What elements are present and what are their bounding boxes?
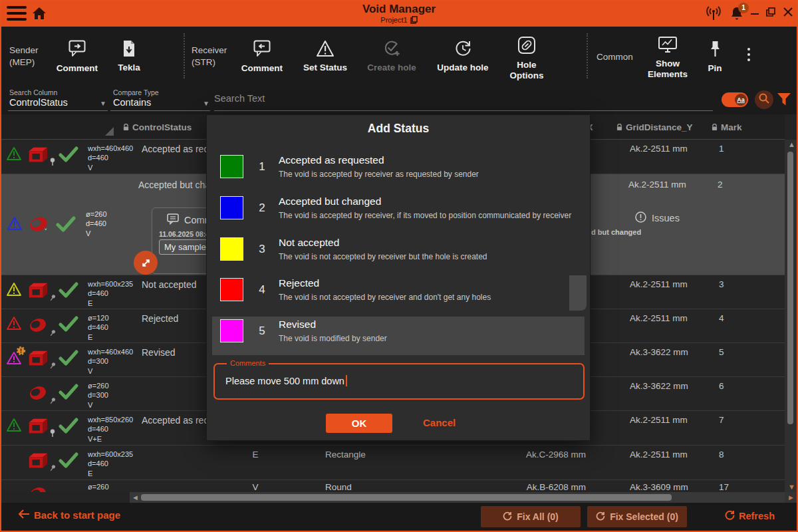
hole-options-icon <box>517 36 536 57</box>
column-grip-icon[interactable] <box>105 127 114 136</box>
option-description: The void is accepted by receiver as requ… <box>279 170 479 179</box>
lock-icon <box>712 124 718 131</box>
status-option-accepted-but-changed[interactable]: 2 Accepted but changed The void is accep… <box>212 194 585 232</box>
minimize-button[interactable] <box>750 7 759 19</box>
option-description: The void is not accepted by receiver but… <box>279 252 487 261</box>
table-row[interactable]: wxh=600x235 d=460 E E Rectangle Ak.C-296… <box>1 446 785 480</box>
griddistance-y-cell: Ak.2-2511 mm <box>591 450 701 460</box>
back-arrow-icon <box>19 509 30 521</box>
refresh-button[interactable]: Refresh <box>725 510 775 522</box>
monitor-icon <box>658 36 678 56</box>
void-dimensions: wxh=460x460 d=460 V <box>84 144 142 172</box>
pin-indicator-icon <box>49 157 56 169</box>
comment-receiver-button[interactable]: Comment <box>238 40 286 74</box>
status-option-revised[interactable]: 5 Revised The void is modified by sender <box>212 317 585 355</box>
vertical-scrollbar[interactable]: ▲ ▼ <box>785 140 797 492</box>
horizontal-scroll-thumb[interactable] <box>141 494 672 501</box>
vertical-scroll-thumb[interactable] <box>787 152 793 424</box>
tekla-button[interactable]: Tekla <box>109 40 149 73</box>
check-icon <box>53 450 84 468</box>
app-title: Void Manager <box>0 3 798 16</box>
cancel-button[interactable]: Cancel <box>423 417 456 428</box>
void-box-icon <box>27 347 53 371</box>
color-swatch-magenta <box>220 319 243 342</box>
void-dimensions: wxh=460x460 d=300 V <box>84 347 142 376</box>
more-options-icon[interactable] <box>747 48 750 61</box>
void-dimensions: wxh=600x235 d=460 E <box>84 450 142 478</box>
update-hole-button[interactable]: Update hole <box>432 40 493 73</box>
header-mark[interactable]: Mark <box>712 114 742 140</box>
filter-funnel-icon[interactable] <box>777 92 791 109</box>
expand-comment-button[interactable] <box>134 251 158 275</box>
fix-all-button[interactable]: Fix All (0) <box>481 506 581 527</box>
notifications-bell-icon[interactable]: 1 <box>730 6 743 23</box>
scroll-down-icon[interactable]: ▼ <box>788 483 795 491</box>
search-button[interactable] <box>755 90 773 109</box>
text-cursor <box>346 375 347 386</box>
void-box-icon <box>27 144 53 168</box>
mark-cell: 4 <box>701 313 724 323</box>
void-dimensions: wxh=600x235 d=460 E <box>84 279 142 308</box>
comment-sender-button[interactable]: Comment <box>53 40 101 74</box>
void-box-icon <box>27 279 53 303</box>
option-number: 3 <box>251 243 273 256</box>
refresh-icon <box>725 510 735 522</box>
option-title: Revised <box>279 319 316 331</box>
broadcast-icon[interactable] <box>705 5 722 24</box>
back-to-start-link[interactable]: Back to start page <box>19 509 120 521</box>
header-controlstatus[interactable]: ControlStatus <box>123 114 192 140</box>
comments-field[interactable]: Comments Please move 500 mm down <box>213 363 585 400</box>
scroll-left-icon[interactable]: ◄ <box>132 493 139 501</box>
mark-cell: 3 <box>701 279 724 289</box>
void-round-icon <box>27 381 53 406</box>
issues-tooltip-corner <box>569 275 587 311</box>
status-triangle-green-icon <box>1 144 27 161</box>
table-row[interactable]: ø=260 V Round Ak.B-6208 mm Ak.3-3609 mm … <box>1 480 785 492</box>
dialog-title: Add Status <box>207 122 590 136</box>
lock-icon <box>616 124 622 131</box>
case-sensitive-toggle[interactable]: Aa <box>722 92 748 107</box>
close-button[interactable] <box>783 7 793 19</box>
check-icon <box>53 313 84 332</box>
toolbar-separator <box>184 33 185 78</box>
unpin-indicator-icon <box>49 396 56 408</box>
check-icon <box>56 216 76 235</box>
void-box-icon <box>27 415 53 439</box>
scroll-right-icon[interactable]: ► <box>787 493 795 501</box>
option-number: 4 <box>251 283 273 297</box>
set-status-button[interactable]: Set Status <box>299 40 352 73</box>
pin-button[interactable]: Pin <box>701 40 729 74</box>
fix-selected-button[interactable]: Fix Selected (0) <box>587 506 687 527</box>
status-triangle-green-icon <box>1 415 27 432</box>
hole-options-button[interactable]: Hole Options <box>504 36 549 80</box>
project-name: Project1 <box>0 16 798 25</box>
system-cell: E <box>212 450 299 460</box>
case-aa-icon: Aa <box>735 94 747 106</box>
restore-button[interactable] <box>766 7 776 19</box>
status-option-accepted-as-requested[interactable]: 1 Accepted as requested The void is acce… <box>212 152 585 191</box>
gear-alert-icon <box>16 346 26 358</box>
show-elements-button[interactable]: Show Elements <box>642 36 693 79</box>
option-title: Accepted as requested <box>279 154 384 166</box>
option-description: The void is accepted by receiver, if its… <box>279 211 571 220</box>
scrollbar-corner: ► <box>785 492 797 503</box>
comment-incoming-icon <box>253 40 271 61</box>
unpin-indicator-icon <box>49 328 56 340</box>
fix-refresh-icon <box>596 511 605 523</box>
mark-cell: 7 <box>701 415 724 425</box>
option-title: Not accepted <box>279 237 339 249</box>
status-option-not-accepted[interactable]: 3 Not accepted The void is not accepted … <box>212 235 585 273</box>
horizontal-scrollbar[interactable]: ◄ <box>130 492 785 503</box>
fix-refresh-icon <box>503 511 512 523</box>
griddistance-y-cell: Ak.2-2511 mm <box>628 180 686 190</box>
issues-info-icon <box>635 211 646 225</box>
scroll-up-icon[interactable]: ▲ <box>788 140 795 148</box>
copy-icon[interactable] <box>410 16 418 25</box>
comments-field-value: Please move 500 mm down <box>225 375 347 386</box>
comment-date: 11.06.2025 08:4 <box>159 230 209 238</box>
create-hole-button[interactable]: Create hole <box>363 40 420 73</box>
header-griddistance-y[interactable]: GridDistance_Y <box>616 114 693 140</box>
ok-button[interactable]: OK <box>326 414 392 433</box>
status-option-rejected[interactable]: 4 Rejected The void is not accepted by r… <box>212 275 585 314</box>
check-icon <box>53 279 84 298</box>
